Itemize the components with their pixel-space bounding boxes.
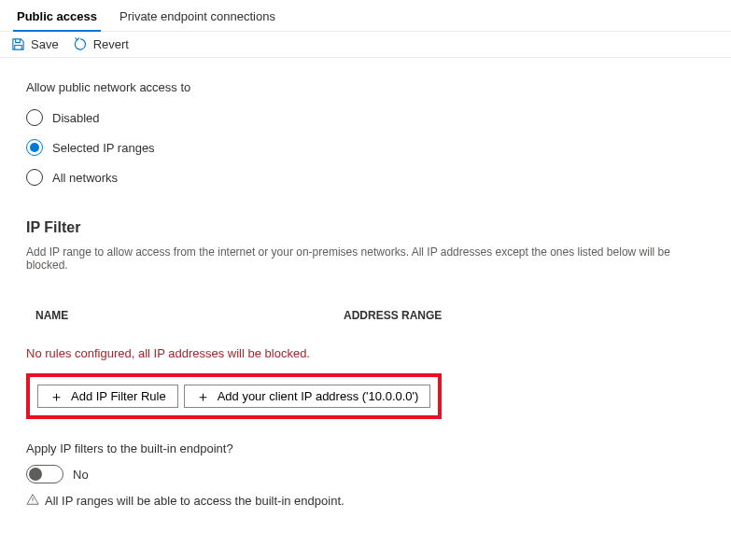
builtin-endpoint-question: Apply IP filters to the built-in endpoin… — [26, 441, 705, 455]
toolbar: Save Revert — [0, 32, 731, 58]
tab-bar: Public access Private endpoint connectio… — [0, 0, 731, 32]
revert-icon — [74, 37, 88, 51]
builtin-toggle-row: No — [26, 465, 705, 483]
add-ip-filter-rule-button[interactable]: ＋ Add IP Filter Rule — [37, 385, 178, 408]
radio-circle-icon — [26, 109, 43, 126]
highlighted-actions: ＋ Add IP Filter Rule ＋ Add your client I… — [26, 373, 442, 419]
plus-icon: ＋ — [49, 389, 63, 403]
builtin-toggle[interactable] — [26, 465, 63, 483]
ip-filter-description: Add IP range to allow access from the in… — [26, 245, 705, 272]
radio-selected-ip-ranges[interactable]: Selected IP ranges — [26, 139, 705, 156]
save-button[interactable]: Save — [11, 37, 59, 51]
radio-label: All networks — [52, 171, 118, 185]
ip-filter-heading: IP Filter — [26, 219, 705, 236]
tab-private-endpoint[interactable]: Private endpoint connections — [108, 0, 287, 31]
save-label: Save — [31, 37, 59, 51]
add-client-ip-button[interactable]: ＋ Add your client IP address ('10.0.0.0'… — [184, 385, 431, 408]
add-rule-label: Add IP Filter Rule — [71, 389, 166, 403]
builtin-info-row: All IP ranges will be able to access the… — [26, 493, 705, 509]
column-name: NAME — [35, 309, 344, 322]
plus-icon: ＋ — [196, 389, 210, 403]
builtin-info-text: All IP ranges will be able to access the… — [45, 494, 344, 508]
warning-icon — [26, 493, 39, 509]
column-address-range: ADDRESS RANGE — [344, 309, 696, 322]
builtin-toggle-value: No — [73, 468, 89, 482]
radio-label: Selected IP ranges — [52, 141, 155, 155]
tab-public-access[interactable]: Public access — [6, 0, 108, 31]
revert-label: Revert — [93, 37, 129, 51]
save-icon — [11, 37, 25, 51]
network-access-radio-group: Disabled Selected IP ranges All networks — [26, 109, 705, 186]
radio-circle-icon — [26, 169, 43, 186]
ip-filter-table-header: NAME ADDRESS RANGE — [26, 301, 705, 329]
revert-button[interactable]: Revert — [74, 37, 129, 51]
radio-label: Disabled — [52, 111, 100, 125]
radio-disabled[interactable]: Disabled — [26, 109, 705, 126]
no-rules-error: No rules configured, all IP addresses wi… — [26, 329, 705, 373]
radio-circle-icon — [26, 139, 43, 156]
network-access-label: Allow public network access to — [26, 80, 705, 94]
add-client-label: Add your client IP address ('10.0.0.0') — [218, 389, 419, 403]
content-area: Allow public network access to Disabled … — [0, 58, 731, 531]
radio-all-networks[interactable]: All networks — [26, 169, 705, 186]
